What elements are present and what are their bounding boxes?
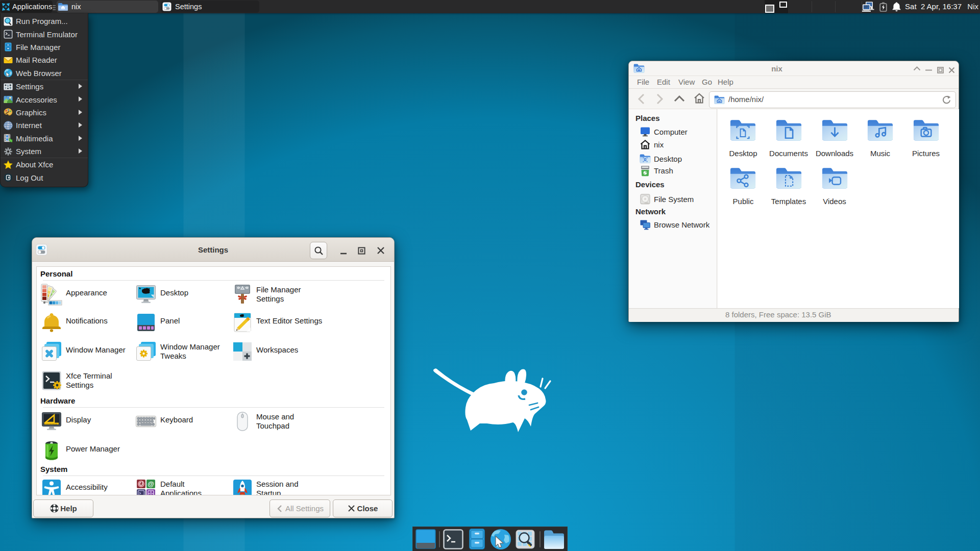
svg-text:@: @: [148, 480, 154, 488]
